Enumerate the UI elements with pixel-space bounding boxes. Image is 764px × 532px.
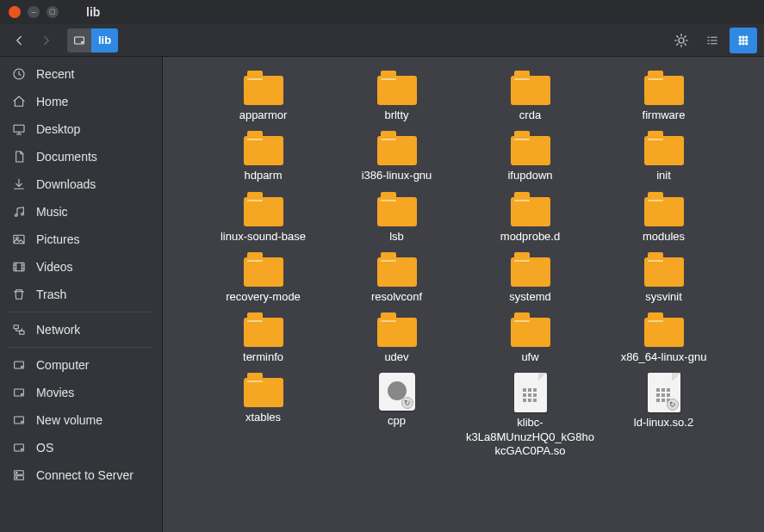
svg-rect-18 bbox=[14, 263, 24, 270]
file-name: linux-sound-base bbox=[221, 230, 306, 244]
file-name: init bbox=[656, 169, 671, 182]
maximize-window-button[interactable]: ▢ bbox=[47, 6, 59, 18]
file-name: resolvconf bbox=[371, 290, 422, 304]
file-name: sysvinit bbox=[645, 290, 682, 304]
sidebar-item-new-volume[interactable]: New volume bbox=[0, 406, 162, 434]
file-pane[interactable]: apparmorbrlttycrdafirmwarehdparmi386-lin… bbox=[163, 57, 764, 532]
sidebar-item-network[interactable]: Network bbox=[0, 316, 162, 343]
file-item[interactable]: firmware bbox=[597, 65, 730, 126]
minimize-window-button[interactable]: – bbox=[28, 6, 40, 18]
file-item[interactable]: lsb bbox=[330, 187, 463, 247]
close-window-button[interactable] bbox=[9, 6, 21, 18]
music-icon bbox=[12, 205, 26, 219]
folder-icon bbox=[644, 192, 684, 226]
file-item[interactable]: klibc-k3La8MUnuzHQ0_kG8hokcGAC0PA.so bbox=[463, 368, 597, 461]
sidebar-separator bbox=[9, 347, 153, 348]
file-name: hdparm bbox=[244, 169, 282, 182]
sidebar-item-downloads[interactable]: Downloads bbox=[0, 170, 162, 198]
file-item[interactable]: x86_64-linux-gnu bbox=[597, 307, 730, 368]
svg-point-14 bbox=[15, 214, 17, 217]
file-item[interactable]: init bbox=[597, 126, 730, 186]
sidebar-item-label: Videos bbox=[36, 260, 73, 274]
sidebar-item-connect-to-server[interactable]: Connect to Server bbox=[0, 461, 162, 489]
file-item[interactable]: apparmor bbox=[196, 65, 330, 126]
file-item[interactable]: recovery-mode bbox=[196, 247, 330, 307]
disk-icon bbox=[12, 441, 26, 455]
file-item[interactable]: sysvinit bbox=[597, 247, 730, 307]
sidebar-item-label: Home bbox=[36, 95, 68, 108]
folder-icon bbox=[644, 71, 684, 105]
sidebar-separator bbox=[9, 312, 153, 312]
path-root-disk[interactable] bbox=[67, 28, 91, 53]
folder-icon bbox=[244, 192, 283, 226]
sidebar-item-os[interactable]: OS bbox=[0, 434, 162, 461]
sidebar-item-trash[interactable]: Trash bbox=[0, 281, 162, 308]
sidebar-item-videos[interactable]: Videos bbox=[0, 253, 162, 281]
svg-point-3 bbox=[739, 36, 741, 38]
file-name: systemd bbox=[509, 290, 550, 304]
file-item[interactable]: crda bbox=[463, 65, 597, 126]
file-name: crda bbox=[519, 108, 541, 122]
file-name: cpp bbox=[388, 414, 406, 428]
file-item[interactable]: i386-linux-gnu bbox=[330, 126, 463, 186]
folder-icon bbox=[511, 312, 550, 347]
clock-icon bbox=[12, 67, 26, 81]
sidebar-item-music[interactable]: Music bbox=[0, 198, 162, 226]
file-item[interactable]: hdparm bbox=[196, 126, 330, 186]
folder-icon bbox=[244, 131, 283, 165]
file-name: apparmor bbox=[239, 108, 288, 122]
folder-icon bbox=[244, 252, 283, 287]
folder-icon bbox=[511, 192, 550, 226]
path-segment-lib[interactable]: lib bbox=[91, 28, 118, 53]
folder-icon bbox=[377, 312, 417, 347]
svg-point-28 bbox=[22, 448, 22, 449]
file-name: modprobe.d bbox=[500, 230, 560, 244]
file-item[interactable]: ufw bbox=[463, 307, 597, 368]
file-name: lsb bbox=[389, 230, 404, 244]
folder-icon bbox=[511, 131, 550, 165]
file-item[interactable]: xtables bbox=[196, 368, 330, 461]
home-icon bbox=[12, 95, 26, 108]
file-item[interactable]: modprobe.d bbox=[463, 187, 597, 247]
file-name: terminfo bbox=[243, 350, 283, 364]
sidebar: RecentHomeDesktopDocumentsDownloadsMusic… bbox=[0, 57, 163, 532]
svg-point-22 bbox=[22, 366, 22, 367]
nav-forward-button[interactable] bbox=[34, 28, 59, 53]
server-icon bbox=[12, 468, 26, 482]
file-name: klibc-k3La8MUnuzHQ0_kG8hokcGAC0PA.so bbox=[466, 416, 595, 458]
sidebar-item-desktop[interactable]: Desktop bbox=[0, 115, 162, 143]
sidebar-item-computer[interactable]: Computer bbox=[0, 351, 162, 379]
toolbar: lib bbox=[0, 24, 764, 57]
folder-icon bbox=[377, 192, 417, 226]
file-name: udev bbox=[384, 350, 408, 364]
sidebar-item-pictures[interactable]: Pictures bbox=[0, 226, 162, 253]
sidebar-item-label: New volume bbox=[36, 413, 102, 427]
folder-icon bbox=[511, 252, 550, 287]
sidebar-item-label: OS bbox=[36, 441, 53, 455]
file-item[interactable]: ifupdown bbox=[463, 126, 597, 186]
sidebar-item-label: Music bbox=[36, 205, 68, 219]
file-item[interactable]: systemd bbox=[463, 247, 597, 307]
location-button[interactable] bbox=[668, 28, 695, 53]
sidebar-item-recent[interactable]: Recent bbox=[0, 60, 162, 88]
sidebar-item-home[interactable]: Home bbox=[0, 88, 162, 115]
file-item[interactable]: linux-sound-base bbox=[196, 187, 330, 247]
file-item[interactable]: resolvconf bbox=[330, 247, 463, 307]
sidebar-item-documents[interactable]: Documents bbox=[0, 143, 162, 170]
sidebar-item-movies[interactable]: Movies bbox=[0, 379, 162, 406]
icon-view-button[interactable] bbox=[730, 28, 757, 53]
file-item[interactable]: brltty bbox=[330, 65, 463, 126]
file-item[interactable]: ↻cpp bbox=[330, 368, 463, 461]
file-name: ifupdown bbox=[507, 169, 552, 182]
nav-back-button[interactable] bbox=[7, 28, 31, 53]
file-item[interactable]: terminfo bbox=[196, 307, 330, 368]
sidebar-item-label: Network bbox=[36, 323, 80, 337]
file-item[interactable]: ↻ld-linux.so.2 bbox=[597, 368, 730, 461]
file-item[interactable]: udev bbox=[330, 307, 463, 368]
file-name: i386-linux-gnu bbox=[362, 169, 432, 182]
list-view-button[interactable] bbox=[699, 28, 726, 53]
svg-point-7 bbox=[742, 39, 744, 40]
file-name: brltty bbox=[384, 108, 408, 122]
file-item[interactable]: modules bbox=[597, 187, 730, 247]
sidebar-item-label: Computer bbox=[36, 358, 89, 372]
